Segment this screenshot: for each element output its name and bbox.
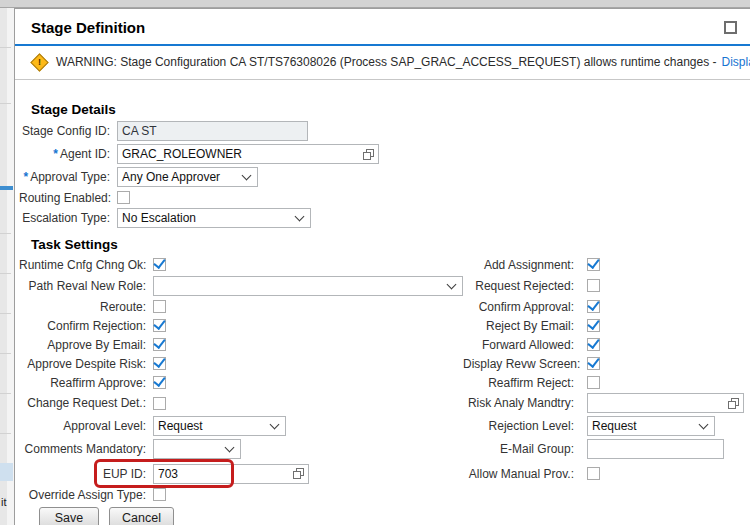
email-group-input[interactable] bbox=[587, 439, 724, 459]
field-label: Approve Despite Risk: bbox=[19, 357, 153, 371]
form-row: Reroute: Confirm Approval: bbox=[19, 297, 750, 316]
form-row: EUP ID: Allow Manual Prov.: bbox=[19, 461, 750, 486]
confirm-rejection-checkbox[interactable] bbox=[153, 319, 166, 332]
comments-mandatory-select[interactable] bbox=[153, 439, 241, 459]
form-row: Path Reval New Role: Request Rejected: bbox=[19, 274, 750, 297]
value-help-icon[interactable] bbox=[363, 149, 374, 160]
form-row: Comments Mandatory: E-Mail Group: bbox=[19, 437, 750, 461]
allow-manual-prov-checkbox[interactable] bbox=[587, 467, 600, 480]
field-label: Approve By Email: bbox=[19, 338, 153, 352]
field-label: Runtime Cnfg Chng Ok: bbox=[19, 258, 153, 272]
confirm-approval-checkbox[interactable] bbox=[587, 300, 600, 313]
approve-by-email-checkbox[interactable] bbox=[153, 338, 166, 351]
reroute-checkbox[interactable] bbox=[153, 300, 166, 313]
divider bbox=[0, 353, 11, 354]
chevron-down-icon bbox=[699, 419, 709, 429]
warning-icon: ! bbox=[30, 53, 48, 71]
field-label: Reroute: bbox=[19, 300, 153, 314]
divider bbox=[0, 103, 11, 104]
field-label: E-Mail Group: bbox=[463, 442, 581, 456]
form-row: Runtime Cnfg Chng Ok: Add Assignment: bbox=[19, 255, 750, 274]
risk-analy-mandtry-field bbox=[587, 393, 744, 413]
divider bbox=[0, 273, 11, 274]
clipped-background-text: it bbox=[1, 496, 7, 508]
risk-analy-mandtry-input[interactable] bbox=[588, 396, 728, 410]
routing-enabled-checkbox[interactable] bbox=[117, 191, 130, 204]
field-label: Stage Config ID: bbox=[19, 124, 117, 138]
form-row: Approve Despite Risk: Display Revw Scree… bbox=[19, 354, 750, 373]
dialog-footer: Save Cancel bbox=[39, 507, 750, 525]
forward-allowed-checkbox[interactable] bbox=[587, 338, 600, 351]
page-background: it Stage Definition ! WARNING: Stage Con… bbox=[0, 0, 750, 525]
form-row: Reaffirm Approve: Reaffirm Reject: bbox=[19, 373, 750, 392]
page-title: Stage Definition bbox=[31, 19, 145, 36]
chevron-down-icon bbox=[295, 212, 305, 222]
divider bbox=[0, 393, 11, 394]
selected-value: Any One Approver bbox=[122, 170, 220, 184]
eup-id-field bbox=[153, 464, 309, 484]
stage-details-form: Stage Config ID: *Agent ID: *Approval Ty… bbox=[15, 120, 750, 229]
change-request-det-checkbox[interactable] bbox=[153, 397, 166, 410]
form-row: *Agent ID: bbox=[19, 142, 750, 166]
field-label: *Agent ID: bbox=[19, 147, 117, 161]
field-label: Forward Allowed: bbox=[463, 338, 581, 352]
form-row: Routing Enabled: bbox=[19, 188, 750, 207]
reaffirm-reject-checkbox[interactable] bbox=[587, 376, 600, 389]
background-top-strip bbox=[0, 0, 750, 8]
agent-id-input[interactable] bbox=[118, 147, 363, 161]
chevron-down-icon bbox=[447, 279, 457, 289]
field-label: Confirm Rejection: bbox=[19, 319, 153, 333]
required-marker: * bbox=[24, 170, 29, 184]
warning-text: WARNING: Stage Configuration CA ST/TS763… bbox=[56, 55, 717, 69]
field-label: Request Rejected: bbox=[463, 279, 581, 293]
field-label: EUP ID: bbox=[19, 467, 153, 481]
escalation-type-select[interactable]: No Escalation bbox=[117, 208, 311, 228]
agent-id-field bbox=[117, 144, 379, 164]
reaffirm-approve-checkbox[interactable] bbox=[153, 376, 166, 389]
field-label: Display Revw Screen: bbox=[463, 357, 581, 371]
save-button[interactable]: Save bbox=[39, 507, 99, 525]
form-row: Approval Level: Request Rejection Level:… bbox=[19, 414, 750, 437]
cancel-button[interactable]: Cancel bbox=[109, 507, 174, 525]
display-help-link[interactable]: Display Help bbox=[722, 55, 750, 69]
divider bbox=[0, 186, 13, 190]
field-label: Comments Mandatory: bbox=[19, 442, 153, 456]
approval-level-select[interactable]: Request bbox=[153, 416, 286, 436]
task-settings-heading: Task Settings bbox=[15, 237, 750, 252]
runtime-cnfg-chng-ok-checkbox[interactable] bbox=[153, 258, 166, 271]
divider bbox=[0, 47, 11, 48]
chevron-down-icon bbox=[242, 171, 252, 181]
value-help-icon[interactable] bbox=[293, 468, 304, 479]
required-marker: * bbox=[53, 147, 58, 161]
reject-by-email-checkbox[interactable] bbox=[587, 319, 600, 332]
divider bbox=[0, 233, 11, 234]
field-label: Routing Enabled: bbox=[19, 191, 117, 205]
divider bbox=[0, 313, 11, 314]
eup-id-input[interactable] bbox=[154, 467, 293, 481]
chevron-down-icon bbox=[270, 419, 280, 429]
selected-value: Request bbox=[592, 419, 637, 433]
form-row: *Approval Type: Any One Approver bbox=[19, 166, 750, 188]
request-rejected-checkbox[interactable] bbox=[587, 279, 600, 292]
display-revw-screen-checkbox[interactable] bbox=[587, 357, 600, 370]
approve-despite-risk-checkbox[interactable] bbox=[153, 357, 166, 370]
override-assign-type-checkbox[interactable] bbox=[153, 488, 166, 501]
maximize-icon[interactable] bbox=[724, 21, 737, 34]
background-selected-row bbox=[0, 463, 13, 481]
field-label: Override Assign Type: bbox=[19, 488, 153, 502]
chevron-down-icon bbox=[225, 443, 235, 453]
rejection-level-select[interactable]: Request bbox=[587, 416, 715, 436]
field-label: Add Assignment: bbox=[463, 258, 581, 272]
divider bbox=[0, 433, 11, 434]
background-page-sliver: it bbox=[0, 8, 14, 525]
field-label: Escalation Type: bbox=[19, 211, 117, 225]
form-row: Stage Config ID: bbox=[19, 120, 750, 142]
approval-type-select[interactable]: Any One Approver bbox=[117, 167, 258, 187]
add-assignment-checkbox[interactable] bbox=[587, 258, 600, 271]
field-label: Reaffirm Reject: bbox=[463, 376, 581, 390]
field-label: Risk Analy Mandtry: bbox=[463, 396, 581, 410]
path-reval-new-role-select[interactable] bbox=[153, 276, 463, 296]
value-help-icon[interactable] bbox=[728, 398, 739, 409]
form-row: Override Assign Type: bbox=[19, 486, 750, 503]
selected-value: No Escalation bbox=[122, 211, 196, 225]
